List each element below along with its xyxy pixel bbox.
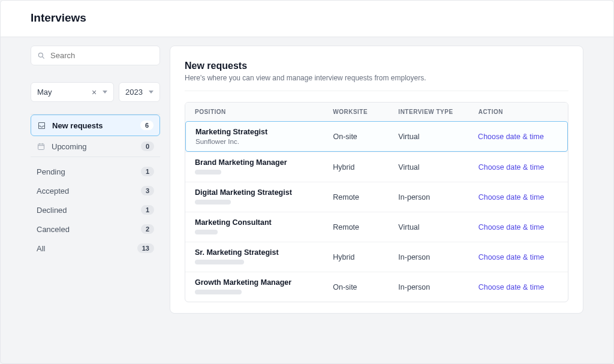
- count-badge: 3: [141, 186, 154, 195]
- worksite-value: On-site: [333, 283, 398, 291]
- worksite-value: Hybrid: [333, 253, 398, 261]
- choose-date-time-link[interactable]: Choose date & time: [478, 253, 544, 261]
- company-name: Sunflower Inc.: [195, 138, 333, 145]
- position-title: Sr. Marketing Strategist: [195, 248, 333, 257]
- sidebar-item-filter[interactable]: Pending1: [31, 162, 160, 181]
- position-title: Marketing Strategist: [195, 128, 333, 136]
- month-select[interactable]: May ×: [31, 82, 114, 102]
- svg-rect-2: [38, 144, 44, 149]
- worksite-value: Remote: [333, 223, 398, 231]
- worksite-value: Remote: [333, 193, 398, 201]
- col-position: POSITION: [195, 109, 333, 115]
- sidebar-item-filter[interactable]: All13: [31, 239, 160, 258]
- count-badge: 2: [141, 224, 154, 234]
- clear-icon[interactable]: ×: [92, 88, 97, 97]
- interview-type-value: In-person: [398, 193, 478, 201]
- sidebar-item-label: Pending: [37, 167, 65, 176]
- main-title: New requests: [185, 61, 568, 71]
- search-icon: [37, 52, 46, 60]
- requests-table: POSITION WORKSITE INTERVIEW TYPE ACTION …: [185, 102, 568, 302]
- interview-type-value: Virtual: [398, 163, 478, 172]
- sidebar-primary-group: New requests 6 Upcoming 0: [31, 114, 160, 157]
- year-select[interactable]: 2023: [119, 82, 160, 102]
- choose-date-time-link[interactable]: Choose date & time: [478, 163, 544, 172]
- worksite-value: Hybrid: [333, 163, 398, 172]
- choose-date-time-link[interactable]: Choose date & time: [478, 223, 544, 231]
- svg-point-0: [38, 53, 43, 57]
- position-title: Digital Marketing Strategist: [195, 188, 333, 197]
- table-row[interactable]: Digital Marketing StrategistRemoteIn-per…: [185, 182, 568, 212]
- interview-type-value: In-person: [398, 283, 478, 291]
- col-worksite: WORKSITE: [333, 109, 398, 115]
- count-badge: 0: [141, 142, 154, 151]
- position-title: Growth Marketing Manager: [195, 278, 333, 287]
- sidebar-item-label: Declined: [37, 206, 67, 215]
- search-input[interactable]: [50, 51, 154, 60]
- table-row[interactable]: Growth Marketing ManagerOn-siteIn-person…: [185, 272, 568, 302]
- sidebar-item-filter[interactable]: Declined1: [31, 200, 160, 219]
- year-value: 2023: [125, 88, 143, 97]
- sidebar: May × 2023 New requests: [31, 46, 160, 314]
- sidebar-item-label: Canceled: [37, 225, 70, 234]
- main-subtitle: Here's where you can view and manage int…: [185, 74, 568, 82]
- count-badge: 1: [141, 205, 154, 215]
- sidebar-item-filter[interactable]: Accepted3: [31, 181, 160, 200]
- skeleton-placeholder: [195, 170, 221, 175]
- skeleton-placeholder: [195, 260, 244, 264]
- table-row[interactable]: Marketing StrategistSunflower Inc.On-sit…: [185, 121, 568, 152]
- col-interview-type: INTERVIEW TYPE: [398, 109, 478, 115]
- divider: [185, 91, 568, 91]
- skeleton-placeholder: [195, 200, 231, 204]
- count-badge: 13: [137, 243, 154, 253]
- sidebar-item-label: New requests: [52, 121, 103, 130]
- main-panel: New requests Here's where you can view a…: [170, 46, 583, 314]
- search-box[interactable]: [31, 46, 160, 65]
- sidebar-item-label: Accepted: [37, 186, 69, 195]
- skeleton-placeholder: [195, 290, 242, 294]
- chevron-down-icon: [103, 91, 107, 94]
- inbox-icon: [37, 121, 46, 130]
- choose-date-time-link[interactable]: Choose date & time: [478, 283, 544, 291]
- worksite-value: On-site: [333, 133, 399, 141]
- choose-date-time-link[interactable]: Choose date & time: [478, 193, 544, 201]
- sidebar-item-new-requests[interactable]: New requests 6: [31, 115, 160, 136]
- sidebar-filter-list: Pending1Accepted3Declined1Canceled2All13: [31, 162, 160, 258]
- sidebar-item-label: All: [37, 244, 45, 253]
- interview-type-value: In-person: [398, 253, 478, 261]
- table-row[interactable]: Marketing ConsultantRemoteVirtualChoose …: [185, 212, 568, 242]
- page-title: Interviews: [31, 11, 583, 25]
- svg-line-1: [42, 56, 44, 58]
- count-badge: 1: [141, 167, 154, 176]
- interview-type-value: Virtual: [398, 133, 478, 141]
- position-title: Marketing Consultant: [195, 218, 333, 227]
- position-title: Brand Marketing Manager: [195, 158, 333, 167]
- sidebar-item-filter[interactable]: Canceled2: [31, 219, 160, 239]
- calendar-icon: [37, 142, 46, 151]
- skeleton-placeholder: [195, 230, 218, 234]
- table-header: POSITION WORKSITE INTERVIEW TYPE ACTION: [185, 103, 568, 121]
- chevron-down-icon: [149, 91, 154, 94]
- month-value: May: [37, 88, 52, 97]
- table-row[interactable]: Brand Marketing ManagerHybridVirtualChoo…: [185, 152, 568, 182]
- interview-type-value: Virtual: [398, 223, 478, 231]
- sidebar-item-label: Upcoming: [52, 142, 87, 151]
- sidebar-item-upcoming[interactable]: Upcoming 0: [31, 136, 160, 157]
- table-row[interactable]: Sr. Marketing StrategistHybridIn-personC…: [185, 242, 568, 272]
- col-action: ACTION: [478, 109, 558, 115]
- choose-date-time-link[interactable]: Choose date & time: [478, 133, 544, 141]
- count-badge: 6: [140, 121, 154, 130]
